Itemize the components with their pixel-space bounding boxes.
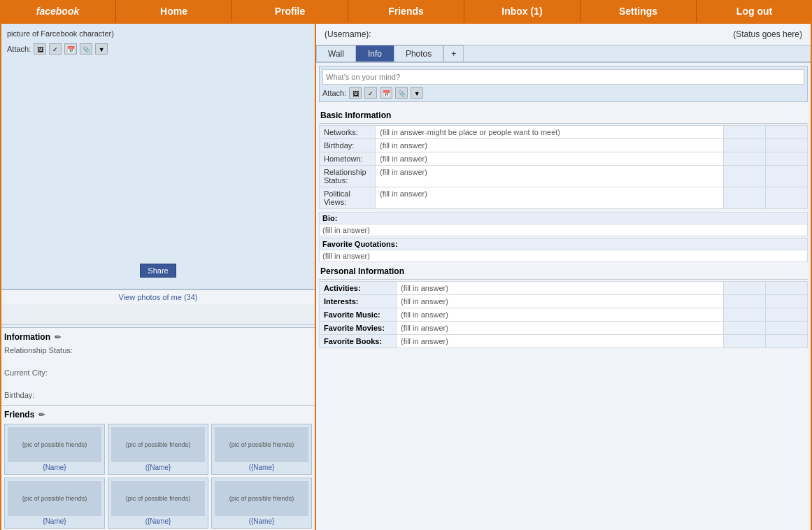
tab-photos[interactable]: Photos [394,45,443,62]
attach-btn-4[interactable]: 📎 [80,43,92,55]
table-row: Favorite Movies: (fill in answer) [320,322,808,335]
table-row: Favorite Books: (fill in answer) [320,335,808,348]
wall-post-attach-row: Attach: 🖼 ✓ 📅 📎 ▼ [322,87,804,99]
friend-item-1: (pic of possible friends) ({Name} [108,424,208,475]
table-row: Relationship Status: (fill in answer) [320,166,808,187]
interests-label: Interests: [320,295,397,308]
table-row: Interests: (fill in answer) [320,295,808,308]
nav-logout[interactable]: Log out [697,0,812,22]
birthday-row: Birthday: [4,389,312,401]
rel-status-extra1 [724,166,766,187]
hometown-label: Hometown: [320,152,376,166]
navbar: facebook Home Profile Friends Inbox (1) … [0,0,812,22]
left-sidebar: picture of Farcebook character) Attach: … [1,24,316,530]
friend-pic-5: (pic of possible friends) [215,481,308,516]
info-content: Basic Information Networks: (fill in ans… [316,105,811,530]
relationship-status-row: Relationship Status: [4,345,312,356]
wall-attach-btn-2[interactable]: ✓ [364,87,377,99]
nav-brand[interactable]: facebook [0,0,116,22]
table-row: Political Views: (fill in answer) [320,187,808,209]
friend-pic-4: (pic of possible friends) [111,481,205,516]
friend-name-3[interactable]: {Name} [8,517,101,525]
table-row: Birthday: (fill in answer) [320,139,808,152]
friend-item-3: (pic of possible friends) {Name} [4,478,105,529]
wall-attach-btn-3[interactable]: 📅 [380,87,392,99]
table-row: Activities: (fill in answer) [320,282,808,295]
friend-name-1[interactable]: ({Name} [111,464,205,471]
relationship-status-label: Relationship Status: [4,346,73,354]
fav-books-extra1 [724,335,766,348]
nav-home[interactable]: Home [116,0,232,22]
tab-plus[interactable]: + [443,45,464,62]
friends-edit-icon[interactable]: ✏ [38,410,45,420]
personal-info-title: Personal Information [319,264,808,280]
birthday-label: Birthday: [4,391,34,399]
view-photos-link[interactable]: View photos of me (34) [1,289,315,304]
wall-attach-btn-1[interactable]: 🖼 [349,87,362,99]
share-button[interactable]: Share [140,264,176,278]
friend-item-0: (pic of possible friends) {Name} [4,424,105,475]
activities-extra1 [724,282,766,295]
table-row: Favorite Music: (fill in answer) [320,308,808,322]
wall-post-input[interactable] [322,69,804,85]
birthday-field-label: Birthday: [320,139,376,152]
wall-attach-btn-5[interactable]: ▼ [411,87,423,99]
fav-books-value: (fill in answer) [397,335,724,348]
fav-movies-extra1 [724,322,766,335]
friend-pic-0: (pic of possible friends) [8,427,101,462]
friend-name-0[interactable]: {Name} [8,464,101,471]
bio-label: Bio: [319,212,808,224]
political-label: Political Views: [320,187,376,209]
friend-name-2[interactable]: ({Name} [215,464,308,471]
friend-name-4[interactable]: ({Name} [111,517,205,525]
personal-info-table: Activities: (fill in answer) Interests: … [319,281,808,348]
interests-extra2 [766,295,808,308]
bio-value: (fill in answer) [319,224,808,236]
wall-attach-btn-4[interactable]: 📎 [395,87,408,99]
profile-pic-area: picture of Farcebook character) Attach: … [1,24,315,289]
nav-settings[interactable]: Settings [580,0,697,22]
info-section-title: Information [4,332,50,342]
info-edit-icon[interactable]: ✏ [55,333,61,342]
attach-btn-5[interactable]: ▼ [95,43,108,55]
fav-music-value: (fill in answer) [397,308,724,322]
friend-name-5[interactable]: ({Name} [215,517,308,525]
basic-info-block: Basic Information Networks: (fill in ans… [319,108,808,209]
info-spacer [4,356,312,367]
rel-status-label: Relationship Status: [320,166,376,187]
fav-music-extra1 [724,308,766,322]
tab-info[interactable]: Info [356,45,394,62]
info-section-header: Information ✏ [4,332,312,342]
friend-item-5: (pic of possible friends) ({Name} [211,478,312,529]
profile-header: (Username): (Status goes here) [316,24,811,45]
attach-btn-3[interactable]: 📅 [64,43,77,55]
fav-music-extra2 [766,308,808,322]
hometown-extra2 [766,152,808,166]
networks-value: (fill in answer-might be place or people… [376,126,724,139]
networks-extra2 [766,126,808,139]
friends-section-title: Friends [4,410,34,420]
hometown-extra1 [724,152,766,166]
rel-status-value: (fill in answer) [376,166,724,187]
quotes-label: Favorite Quotations: [319,238,808,250]
attach-btn-2[interactable]: ✓ [49,43,62,55]
quotes-value: (fill in answer) [319,250,808,262]
profile-pic-label: picture of Farcebook character) [7,29,114,38]
nav-friends[interactable]: Friends [348,0,464,22]
tab-wall[interactable]: Wall [316,45,356,62]
friend-pic-3: (pic of possible friends) [8,481,101,516]
bio-block: Bio: (fill in answer) [319,212,808,236]
nav-profile[interactable]: Profile [232,0,348,22]
tabs-row: Wall Info Photos + [316,45,811,63]
interests-value: (fill in answer) [397,295,724,308]
friends-section: Friends ✏ (pic of possible friends) {Nam… [1,406,315,530]
attach-btn-1[interactable]: 🖼 [34,43,46,55]
fav-movies-extra2 [766,322,808,335]
interests-extra1 [724,295,766,308]
current-city-row: Current City: [4,367,312,378]
networks-extra1 [724,126,766,139]
table-row: Hometown: (fill in answer) [320,152,808,166]
nav-inbox[interactable]: Inbox (1) [464,0,580,22]
basic-info-title: Basic Information [319,108,808,124]
table-row: Networks: (fill in answer-might be place… [320,126,808,139]
